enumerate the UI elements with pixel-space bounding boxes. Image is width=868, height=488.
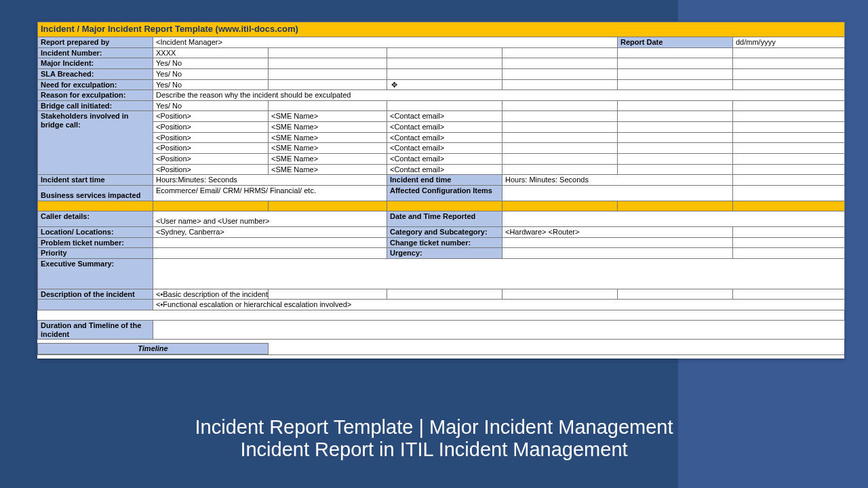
label-need-exculpation: Need for exculpation: <box>38 79 153 90</box>
stake-sme[interactable]: <SME Name> <box>269 122 387 133</box>
val-services[interactable]: Ecommerce/ Email/ CRM/ HRMS/ Financial/ … <box>153 185 387 201</box>
label-reason-exculpation: Reason for exculpation: <box>38 90 153 101</box>
stake-sme[interactable]: <SME Name> <box>269 164 387 175</box>
label-bridge-call: Bridge call initiated: <box>38 100 153 111</box>
label-category: Category and Subcategory: <box>387 226 502 237</box>
caption-line-2: Incident Report in ITIL Incident Managem… <box>0 439 868 461</box>
stake-email[interactable]: <Contact email> <box>387 164 502 175</box>
stake-email[interactable]: <Contact email> <box>387 153 502 164</box>
stake-pos[interactable]: <Position> <box>153 132 269 143</box>
label-location: Location/ Locations: <box>38 226 153 237</box>
val-report-date[interactable]: dd/mm/yyyy <box>733 37 845 47</box>
label-aci: Affected Configuration Items <box>387 185 502 201</box>
val-major-incident[interactable]: Yes/ No <box>153 58 269 69</box>
label-change-ticket: Change ticket number: <box>387 237 502 248</box>
label-report-date: Report Date <box>618 37 733 47</box>
stake-sme[interactable]: <SME Name> <box>269 111 387 122</box>
stake-email[interactable]: <Contact email> <box>387 111 502 122</box>
label-exec-summary: Executive Summary: <box>38 258 153 289</box>
val-description[interactable]: <•Basic description of the incident> <box>153 289 269 300</box>
slide-caption: Incident Report Template | Major Inciden… <box>0 416 868 461</box>
label-caller: Caller details: <box>38 211 153 226</box>
val-start-time[interactable]: Hours:Minutes: Seconds <box>153 175 387 186</box>
val-end-time[interactable]: Hours: Minutes: Seconds <box>502 175 733 186</box>
val-need-exculpation[interactable]: Yes/ No <box>153 79 269 90</box>
label-major-incident: Major Incident: <box>38 58 153 69</box>
stake-email[interactable]: <Contact email> <box>387 122 502 133</box>
label-date-reported: Date and Time Reported <box>387 211 502 226</box>
val-location[interactable]: <Sydney, Canberra> <box>153 226 387 237</box>
stake-pos[interactable]: <Position> <box>153 153 269 164</box>
label-sla: SLA Breached: <box>38 68 153 79</box>
val-sla[interactable]: Yes/ No <box>153 68 269 79</box>
val-caller[interactable]: <User name> and <User number> <box>153 211 387 226</box>
spreadsheet-incident-template: Incident / Major Incident Report Templat… <box>37 22 844 359</box>
stake-sme[interactable]: <SME Name> <box>269 132 387 143</box>
stake-pos[interactable]: <Position> <box>153 143 269 154</box>
label-duration-timeline: Duration and Timeline of the incident <box>38 321 153 340</box>
label-urgency: Urgency: <box>387 248 502 259</box>
label-stakeholders: Stakeholders involved in bridge call: <box>38 111 153 175</box>
label-services: Business services impacted <box>38 185 153 201</box>
val-escalation[interactable]: <•Functional escalation or hierarchical … <box>153 300 845 310</box>
label-problem-ticket: Problem ticket number: <box>38 237 153 248</box>
label-end-time: Incident end time <box>387 175 502 186</box>
caption-line-1: Incident Report Template | Major Inciden… <box>0 416 868 439</box>
template-title: Incident / Major Incident Report Templat… <box>38 22 845 37</box>
val-incident-number[interactable]: XXXX <box>153 47 269 58</box>
stake-pos[interactable]: <Position> <box>153 122 269 133</box>
stake-email[interactable]: <Contact email> <box>387 132 502 143</box>
label-timeline: Timeline <box>38 344 269 354</box>
stake-pos[interactable]: <Position> <box>153 164 269 175</box>
stake-email[interactable]: <Contact email> <box>387 143 502 154</box>
label-priority: Priority <box>38 248 153 259</box>
stake-sme[interactable]: <SME Name> <box>269 143 387 154</box>
val-prepared-by[interactable]: <Incident Manager> <box>153 37 618 47</box>
val-category[interactable]: <Hardware> <Router> <box>502 226 733 237</box>
label-incident-number: Incident Number: <box>38 47 153 58</box>
val-reason-exculpation[interactable]: Describe the reason why the incident sho… <box>153 90 845 101</box>
label-prepared-by: Report prepared by <box>38 37 153 47</box>
val-bridge-call[interactable]: Yes/ No <box>153 100 269 111</box>
label-start-time: Incident start time <box>38 175 153 186</box>
stake-sme[interactable]: <SME Name> <box>269 153 387 164</box>
label-description: Description of the incident <box>38 289 153 300</box>
stake-pos[interactable]: <Position> <box>153 111 269 122</box>
